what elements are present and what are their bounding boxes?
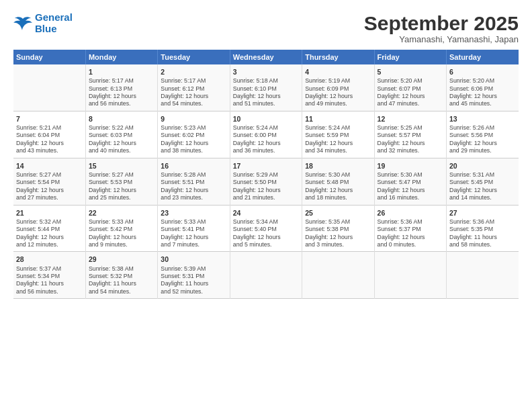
calendar-cell: 6Sunrise: 5:20 AM Sunset: 6:06 PM Daylig… [447,64,519,111]
calendar-cell: 17Sunrise: 5:29 AM Sunset: 5:50 PM Dayli… [230,158,302,205]
calendar-cell: 11Sunrise: 5:24 AM Sunset: 5:59 PM Dayli… [302,111,374,158]
day-info: Sunrise: 5:33 AM Sunset: 5:42 PM Dayligh… [89,218,154,249]
day-number: 19 [378,161,443,171]
calendar-cell: 28Sunrise: 5:37 AM Sunset: 5:34 PM Dayli… [13,252,85,299]
day-number: 3 [233,67,299,77]
day-info: Sunrise: 5:27 AM Sunset: 5:54 PM Dayligh… [16,171,83,202]
header-day-saturday: Saturday [447,50,519,64]
day-number: 17 [233,161,299,171]
header-day-wednesday: Wednesday [230,50,302,64]
day-info: Sunrise: 5:37 AM Sunset: 5:34 PM Dayligh… [16,265,83,296]
calendar-cell: 20Sunrise: 5:31 AM Sunset: 5:45 PM Dayli… [447,158,519,205]
day-number: 26 [378,208,443,218]
day-number: 25 [305,208,371,218]
day-info: Sunrise: 5:30 AM Sunset: 5:47 PM Dayligh… [378,171,443,202]
week-row-2: 7Sunrise: 5:21 AM Sunset: 6:04 PM Daylig… [13,111,519,158]
calendar-cell: 8Sunrise: 5:22 AM Sunset: 6:03 PM Daylig… [85,111,157,158]
day-number: 27 [449,208,516,218]
day-info: Sunrise: 5:34 AM Sunset: 5:40 PM Dayligh… [233,218,299,249]
calendar-cell: 19Sunrise: 5:30 AM Sunset: 5:47 PM Dayli… [374,158,446,205]
day-info: Sunrise: 5:24 AM Sunset: 5:59 PM Dayligh… [305,124,371,155]
day-info: Sunrise: 5:33 AM Sunset: 5:41 PM Dayligh… [161,218,226,249]
day-info: Sunrise: 5:23 AM Sunset: 6:02 PM Dayligh… [161,124,226,155]
calendar-cell: 5Sunrise: 5:20 AM Sunset: 6:07 PM Daylig… [374,64,446,111]
subtitle: Yamanashi, Yamanashi, Japan [364,34,519,44]
day-number: 11 [305,114,371,124]
main-title: September 2025 [364,12,519,34]
calendar-cell: 13Sunrise: 5:26 AM Sunset: 5:56 PM Dayli… [447,111,519,158]
calendar-cell: 18Sunrise: 5:30 AM Sunset: 5:48 PM Dayli… [302,158,374,205]
calendar-cell: 27Sunrise: 5:36 AM Sunset: 5:35 PM Dayli… [447,205,519,252]
calendar-cell [374,252,446,299]
calendar-cell: 24Sunrise: 5:34 AM Sunset: 5:40 PM Dayli… [230,205,302,252]
calendar-cell: 16Sunrise: 5:28 AM Sunset: 5:51 PM Dayli… [158,158,230,205]
calendar-cell [230,252,302,299]
calendar-cell: 2Sunrise: 5:17 AM Sunset: 6:12 PM Daylig… [158,64,230,111]
header: General Blue September 2025 Yamanashi, Y… [13,12,519,44]
calendar-cell: 9Sunrise: 5:23 AM Sunset: 6:02 PM Daylig… [158,111,230,158]
day-info: Sunrise: 5:31 AM Sunset: 5:45 PM Dayligh… [449,171,516,202]
day-number: 8 [89,114,154,124]
day-info: Sunrise: 5:26 AM Sunset: 5:56 PM Dayligh… [449,124,516,155]
calendar-cell: 23Sunrise: 5:33 AM Sunset: 5:41 PM Dayli… [158,205,230,252]
day-info: Sunrise: 5:22 AM Sunset: 6:03 PM Dayligh… [89,124,154,155]
day-number: 5 [378,67,443,77]
day-number: 2 [161,67,226,77]
calendar-cell: 14Sunrise: 5:27 AM Sunset: 5:54 PM Dayli… [13,158,85,205]
header-day-thursday: Thursday [302,50,374,64]
header-row: SundayMondayTuesdayWednesdayThursdayFrid… [13,50,519,64]
day-number: 13 [449,114,516,124]
day-info: Sunrise: 5:39 AM Sunset: 5:31 PM Dayligh… [161,265,226,296]
day-info: Sunrise: 5:36 AM Sunset: 5:35 PM Dayligh… [449,218,516,249]
calendar-cell: 10Sunrise: 5:24 AM Sunset: 6:00 PM Dayli… [230,111,302,158]
day-number: 22 [89,208,154,218]
day-info: Sunrise: 5:32 AM Sunset: 5:44 PM Dayligh… [16,218,83,249]
week-row-4: 21Sunrise: 5:32 AM Sunset: 5:44 PM Dayli… [13,205,519,252]
header-day-tuesday: Tuesday [158,50,230,64]
day-number: 6 [449,67,516,77]
day-info: Sunrise: 5:36 AM Sunset: 5:37 PM Dayligh… [378,218,443,249]
calendar-cell [447,252,519,299]
logo: General Blue [13,12,73,34]
day-number: 15 [89,161,154,171]
calendar-cell [13,64,85,111]
day-info: Sunrise: 5:29 AM Sunset: 5:50 PM Dayligh… [233,171,299,202]
logo-bird-icon [13,16,32,31]
calendar-cell [302,252,374,299]
day-number: 1 [89,67,154,77]
calendar-cell: 30Sunrise: 5:39 AM Sunset: 5:31 PM Dayli… [158,252,230,299]
day-info: Sunrise: 5:24 AM Sunset: 6:00 PM Dayligh… [233,124,299,155]
day-number: 10 [233,114,299,124]
calendar-cell: 25Sunrise: 5:35 AM Sunset: 5:38 PM Dayli… [302,205,374,252]
day-info: Sunrise: 5:19 AM Sunset: 6:09 PM Dayligh… [305,77,371,108]
calendar-cell: 7Sunrise: 5:21 AM Sunset: 6:04 PM Daylig… [13,111,85,158]
calendar-cell: 22Sunrise: 5:33 AM Sunset: 5:42 PM Dayli… [85,205,157,252]
day-info: Sunrise: 5:35 AM Sunset: 5:38 PM Dayligh… [305,218,371,249]
logo-text: General Blue [35,12,73,34]
calendar-cell: 12Sunrise: 5:25 AM Sunset: 5:57 PM Dayli… [374,111,446,158]
day-number: 29 [89,255,154,264]
header-day-friday: Friday [374,50,446,64]
day-number: 30 [161,255,226,264]
day-number: 7 [16,114,83,124]
day-number: 20 [449,161,516,171]
day-info: Sunrise: 5:30 AM Sunset: 5:48 PM Dayligh… [305,171,371,202]
header-day-monday: Monday [85,50,157,64]
week-row-1: 1Sunrise: 5:17 AM Sunset: 6:13 PM Daylig… [13,64,519,111]
day-number: 16 [161,161,226,171]
day-number: 9 [161,114,226,124]
calendar-cell: 1Sunrise: 5:17 AM Sunset: 6:13 PM Daylig… [85,64,157,111]
header-day-sunday: Sunday [13,50,85,64]
calendar-table: SundayMondayTuesdayWednesdayThursdayFrid… [13,50,519,299]
day-number: 14 [16,161,83,171]
day-info: Sunrise: 5:20 AM Sunset: 6:07 PM Dayligh… [378,77,443,108]
day-info: Sunrise: 5:20 AM Sunset: 6:06 PM Dayligh… [449,77,516,108]
day-info: Sunrise: 5:17 AM Sunset: 6:13 PM Dayligh… [89,77,154,108]
day-info: Sunrise: 5:21 AM Sunset: 6:04 PM Dayligh… [16,124,83,155]
day-number: 18 [305,161,371,171]
title-block: September 2025 Yamanashi, Yamanashi, Jap… [364,12,519,44]
day-number: 28 [16,255,83,264]
day-info: Sunrise: 5:38 AM Sunset: 5:32 PM Dayligh… [89,265,154,296]
week-row-5: 28Sunrise: 5:37 AM Sunset: 5:34 PM Dayli… [13,252,519,299]
day-number: 24 [233,208,299,218]
